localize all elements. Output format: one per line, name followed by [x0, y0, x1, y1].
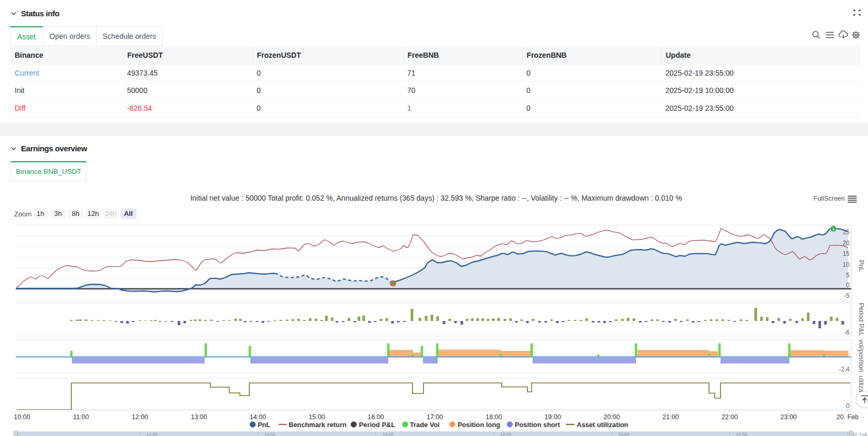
svg-text:20: 20: [843, 240, 850, 247]
svg-text:Position long: Position long: [458, 421, 500, 429]
svg-text:21:00: 21:00: [662, 413, 679, 421]
svg-text:20. Feb: 20. Feb: [837, 413, 859, 421]
svg-text:-5: -5: [844, 292, 850, 299]
svg-text:vol/position: vol/position: [858, 339, 865, 372]
svg-text:12:00: 12:00: [146, 432, 158, 436]
svg-text:Benchmark return: Benchmark return: [289, 421, 346, 429]
svg-text:PnL: PnL: [858, 260, 865, 272]
svg-text:14:00: 14:00: [264, 432, 276, 436]
svg-text:18:00: 18:00: [485, 413, 502, 421]
svg-text:19:00: 19:00: [545, 413, 561, 421]
svg-text:0: 0: [846, 282, 850, 289]
svg-text:18:00: 18:00: [500, 432, 512, 436]
svg-text:25: 25: [843, 229, 850, 236]
svg-text:20:00: 20:00: [618, 432, 630, 436]
svg-text:Trade Vol: Trade Vol: [410, 421, 440, 429]
svg-text:16:00: 16:00: [368, 413, 384, 421]
svg-text:23:00: 23:00: [780, 413, 797, 421]
svg-text:22:00: 22:00: [722, 413, 738, 421]
svg-text:10: 10: [843, 261, 850, 268]
svg-text:Asset utilization: Asset utilization: [577, 421, 628, 429]
svg-text:Position short: Position short: [515, 421, 560, 429]
svg-text:15: 15: [843, 250, 850, 257]
svg-text:14:00: 14:00: [250, 413, 266, 421]
svg-text:13:00: 13:00: [190, 413, 207, 421]
svg-text:16:00: 16:00: [383, 432, 394, 436]
svg-text:11:00: 11:00: [73, 413, 89, 421]
svg-text:Period P&L: Period P&L: [858, 303, 865, 336]
svg-text:10:00: 10:00: [14, 413, 30, 421]
svg-text:20. Feb: 20. Feb: [852, 432, 867, 436]
svg-text:15:00: 15:00: [309, 413, 325, 421]
svg-text:12:00: 12:00: [132, 413, 148, 421]
svg-text:5: 5: [846, 272, 850, 279]
svg-text:0: 0: [846, 402, 850, 410]
svg-text:Period P&L: Period P&L: [359, 421, 395, 429]
svg-text:-2.4: -2.4: [839, 366, 850, 373]
svg-text:17:00: 17:00: [427, 413, 443, 421]
svg-text:PnL: PnL: [258, 421, 270, 429]
svg-text:20:00: 20:00: [604, 413, 620, 421]
svg-text:22:00: 22:00: [736, 432, 748, 436]
svg-text:-6: -6: [844, 329, 850, 336]
